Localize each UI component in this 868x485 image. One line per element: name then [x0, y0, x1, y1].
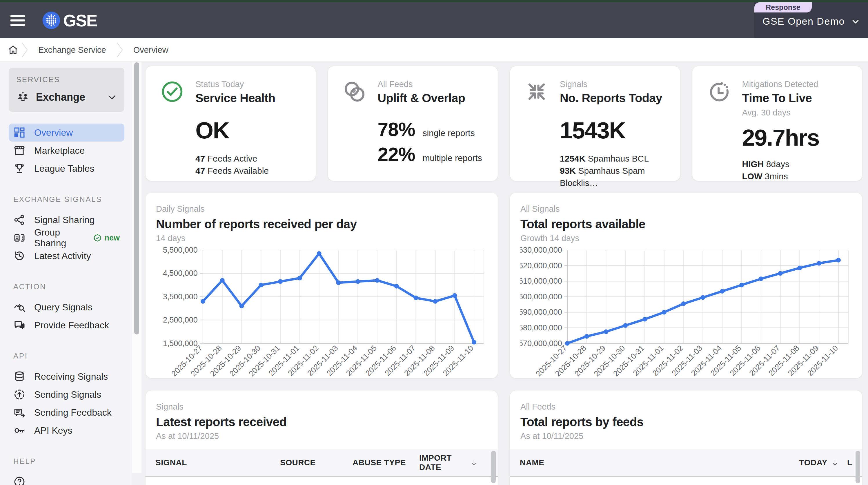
multiple-reports-label: multiple reports — [423, 153, 482, 163]
svg-text:570,000,000: 570,000,000 — [520, 339, 562, 348]
breadcrumb: Exchange Service Overview — [0, 38, 868, 62]
exchange-signals-section-label: EXCHANGE SIGNALS — [13, 195, 124, 204]
chart-title: Total reports available — [520, 217, 852, 231]
chart-eyebrow: Daily Signals — [156, 204, 488, 214]
charts-row: Daily Signals Number of reports received… — [146, 192, 862, 378]
share-icon — [13, 214, 26, 226]
card-title: Uplift & Overlap — [378, 91, 482, 105]
column-header-abuse-type: ABUSE TYPE — [352, 458, 419, 467]
account-menu[interactable]: GSE Open Demo — [754, 16, 868, 27]
svg-text:580,000,000: 580,000,000 — [520, 324, 562, 332]
service-health-value: OK — [195, 117, 275, 144]
card-subtitle: Avg. 30 days — [742, 108, 819, 118]
sidebar-item-sending-signals[interactable]: Sending Signals — [9, 386, 124, 403]
storefront-icon — [13, 145, 26, 157]
single-reports-label: single reports — [423, 128, 475, 138]
key-icon — [13, 424, 26, 436]
api-section-label: API — [13, 352, 124, 361]
sidebar-item-overview[interactable]: Overview — [9, 124, 124, 142]
top-accent-strip — [0, 0, 868, 2]
card-eyebrow: Status Today — [195, 80, 275, 89]
trophy-icon — [13, 162, 26, 175]
reports-by-feeds-table-card: All Feeds Total reports by feeds As at 1… — [510, 390, 862, 485]
card-title: No. Reports Today — [560, 91, 672, 105]
page-scrollbar-thumb[interactable] — [134, 62, 139, 334]
top-bar: GSE Response GSE Open Demo — [0, 2, 868, 38]
sidebar-item-provide-feedback[interactable]: Provide Feedback — [9, 316, 124, 334]
daily-reports-line-chart: 1,500,0002,500,0003,500,0004,500,0005,50… — [156, 245, 488, 378]
service-selector-box: SERVICES Exchange — [9, 68, 124, 112]
sidebar-nav-signals: Signal Sharing Group Sharing new Latest … — [9, 211, 124, 265]
card-title: Time To Live — [742, 91, 819, 105]
multiple-reports-value: 22% — [378, 143, 415, 165]
database-icon — [13, 370, 26, 383]
chart-eyebrow: All Signals — [520, 204, 852, 214]
chevron-down-icon — [851, 17, 860, 26]
chart-subtitle: Growth 14 days — [520, 234, 852, 243]
table-eyebrow: All Feeds — [520, 402, 852, 412]
tables-row: Signals Latest reports received As at 10… — [146, 390, 862, 485]
table-row[interactable]: https://someredactedurl.com Spamhaus BCL… — [146, 477, 498, 485]
sidebar: SERVICES Exchange Overview Marketplace — [0, 62, 132, 485]
reports-today-details: 1254K Spamhaus BCL 93K Spamhaus Spam Blo… — [560, 153, 672, 189]
uplift-metrics: 78%single reports 22%multiple reports — [378, 118, 482, 165]
table-scrollbar-thumb[interactable] — [856, 451, 860, 483]
sort-descending-icon — [831, 459, 839, 467]
breadcrumb-item-exchange-service[interactable]: Exchange Service — [31, 45, 114, 55]
check-circle-icon — [161, 80, 184, 181]
card-eyebrow: All Feeds — [378, 80, 482, 89]
total-reports-chart-card: All Signals Total reports available Grow… — [510, 192, 862, 378]
help-section-label: HELP — [13, 457, 124, 466]
table-header-row: SIGNAL SOURCE ABUSE TYPE IMPORT DATE — [146, 449, 498, 477]
sidebar-item-help[interactable] — [9, 473, 124, 485]
svg-text:600,000,000: 600,000,000 — [520, 293, 562, 301]
sidebar-item-receiving-signals[interactable]: Receiving Signals — [9, 367, 124, 386]
time-to-live-card: Mitigations Detected Time To Live Avg. 3… — [692, 66, 863, 181]
gse-logo[interactable]: GSE — [42, 11, 97, 30]
sidebar-item-label: Marketplace — [34, 145, 85, 156]
page-scrollbar-track[interactable] — [132, 62, 142, 473]
svg-text:620,000,000: 620,000,000 — [520, 261, 562, 270]
card-eyebrow: Mitigations Detected — [742, 80, 819, 89]
ttl-value: 29.7hrs — [742, 124, 819, 151]
svg-text:4,500,000: 4,500,000 — [163, 269, 198, 278]
sidebar-item-league-tables[interactable]: League Tables — [9, 159, 124, 178]
account-menu-label: GSE Open Demo — [763, 16, 845, 27]
table-title: Latest reports received — [156, 415, 487, 429]
table-row[interactable]: Spamhaus BCL (malware) 1254099 1 — [510, 477, 862, 485]
sidebar-item-group-sharing[interactable]: Group Sharing new — [9, 229, 124, 247]
sidebar-nav-api: Receiving Signals Sending Signals Sendin… — [9, 367, 124, 439]
sidebar-item-label: Sending Feedback — [34, 407, 112, 418]
sidebar-item-label: Latest Activity — [34, 251, 91, 261]
hamburger-menu-icon[interactable] — [10, 13, 25, 28]
svg-text:1,500,000: 1,500,000 — [163, 339, 198, 348]
sidebar-item-signal-sharing[interactable]: Signal Sharing — [9, 211, 124, 229]
home-icon[interactable] — [7, 44, 19, 55]
clock-icon — [707, 80, 731, 181]
exchange-people-icon — [16, 91, 30, 104]
table-eyebrow: Signals — [156, 402, 487, 412]
card-eyebrow: Signals — [560, 80, 672, 89]
sidebar-item-query-signals[interactable]: Query Signals — [9, 298, 124, 316]
sidebar-item-label: Provide Feedback — [34, 320, 109, 331]
sidebar-item-label: API Keys — [34, 425, 72, 436]
sidebar-item-label: League Tables — [34, 163, 94, 174]
table-scrollbar-thumb[interactable] — [491, 451, 496, 483]
service-selector[interactable]: Exchange — [16, 91, 117, 104]
message-send-icon — [13, 406, 26, 419]
sidebar-item-sending-feedback[interactable]: Sending Feedback — [9, 403, 124, 422]
svg-text:3,500,000: 3,500,000 — [163, 293, 198, 301]
uplift-overlap-card: All Feeds Uplift & Overlap 78%single rep… — [328, 66, 498, 181]
import-date-cell: 2025-11-10 15:53:28 — [419, 484, 477, 485]
total-reports-line-chart: 570,000,000580,000,000590,000,000600,000… — [520, 245, 852, 378]
sidebar-item-api-keys[interactable]: API Keys — [9, 422, 124, 439]
sidebar-item-marketplace[interactable]: Marketplace — [9, 142, 124, 159]
breadcrumb-item-overview[interactable]: Overview — [126, 45, 176, 55]
sidebar-item-label: Signal Sharing — [34, 215, 94, 225]
daily-reports-chart-card: Daily Signals Number of reports received… — [146, 192, 498, 378]
sidebar-item-latest-activity[interactable]: Latest Activity — [9, 247, 124, 265]
column-header-today[interactable]: TODAY — [777, 458, 839, 467]
column-header-import-date[interactable]: IMPORT DATE — [419, 453, 477, 472]
sidebar-item-label: Group Sharing — [34, 227, 84, 249]
dashboard-icon — [13, 126, 26, 139]
